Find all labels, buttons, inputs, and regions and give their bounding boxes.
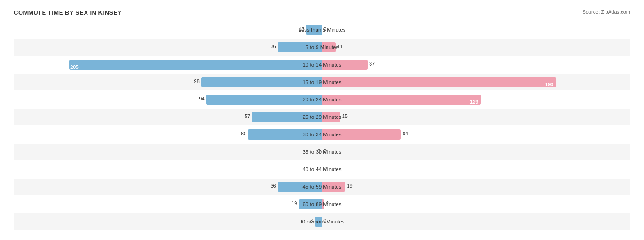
female-value: 0 — [323, 218, 326, 223]
male-bar — [201, 77, 322, 87]
left-section: 98 — [14, 74, 322, 90]
left-section: 36 — [14, 39, 322, 56]
male-value: 57 — [245, 113, 250, 119]
female-bar — [322, 60, 368, 70]
right-section: 0 — [322, 161, 630, 178]
female-bar: 129 — [322, 95, 481, 105]
left-section: 57 — [14, 109, 322, 125]
left-section: 6 — [14, 213, 322, 230]
source-label: Source: ZipAtlas.com — [582, 9, 630, 15]
male-value: 36 — [270, 44, 276, 49]
male-bar — [206, 95, 322, 105]
female-bar — [322, 112, 340, 122]
male-value: 13 — [299, 26, 304, 32]
right-section: 0 — [322, 144, 630, 160]
right-section: 64 — [322, 126, 630, 143]
female-value: 0 — [323, 26, 326, 32]
female-value: 37 — [369, 61, 375, 67]
right-section: 2 — [322, 196, 630, 212]
male-bar — [248, 129, 322, 140]
female-value: 129 — [470, 99, 478, 105]
left-section: 94 — [14, 91, 322, 108]
female-value: 15 — [342, 113, 348, 119]
female-bar — [322, 129, 401, 140]
left-section: 0 — [14, 161, 322, 178]
male-bar — [278, 42, 322, 52]
left-section: 13 — [14, 22, 322, 38]
female-value: 64 — [403, 131, 408, 136]
female-value: 190 — [545, 82, 553, 87]
male-value: 60 — [241, 131, 246, 136]
male-value: 19 — [291, 201, 297, 206]
female-bar — [322, 42, 336, 52]
male-value: 6 — [310, 218, 313, 223]
right-section: 19 — [322, 179, 630, 195]
male-bar — [252, 112, 322, 122]
female-value: 2 — [326, 201, 329, 206]
female-bar: 190 — [322, 77, 556, 87]
male-bar — [278, 182, 322, 192]
male-bar — [315, 217, 322, 227]
male-value: 0 — [318, 148, 321, 154]
left-section: 36 — [14, 179, 322, 195]
right-section: 0 — [322, 22, 630, 38]
female-bar — [322, 182, 345, 192]
right-section: 15 — [322, 109, 630, 125]
right-section: 129 — [322, 91, 630, 108]
right-section: 190 — [322, 74, 630, 90]
chart-wrapper: 130Less than 5 Minutes36115 to 9 Minutes… — [14, 22, 630, 240]
male-value: 98 — [194, 78, 200, 84]
female-value: 0 — [323, 166, 326, 171]
axis-line — [322, 22, 322, 231]
male-value: 94 — [199, 96, 204, 101]
male-value: 205 — [70, 64, 78, 70]
left-section: 205 — [14, 56, 322, 73]
left-section: 19 — [14, 196, 322, 212]
chart-title: COMMUTE TIME BY SEX IN KINSEY — [14, 9, 630, 16]
left-section: 0 — [14, 144, 322, 160]
female-value: 19 — [347, 183, 353, 189]
male-value: 36 — [270, 183, 276, 189]
female-value: 11 — [337, 44, 343, 49]
male-value: 0 — [318, 166, 321, 171]
male-bar: 205 — [69, 60, 322, 70]
right-section: 37 — [322, 56, 630, 73]
male-bar — [306, 25, 322, 35]
male-bar — [299, 199, 322, 209]
right-section: 11 — [322, 39, 630, 56]
chart-area: 130Less than 5 Minutes36115 to 9 Minutes… — [14, 22, 630, 240]
right-section: 0 — [322, 213, 630, 230]
left-section: 60 — [14, 126, 322, 143]
female-value: 0 — [323, 148, 326, 154]
